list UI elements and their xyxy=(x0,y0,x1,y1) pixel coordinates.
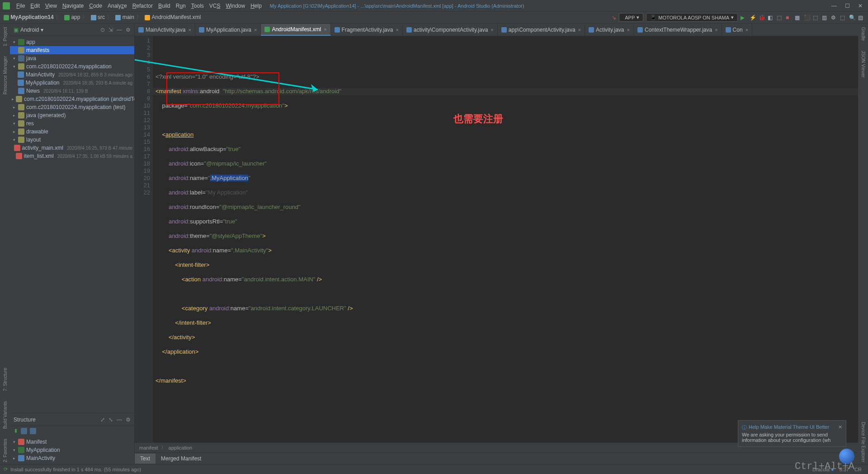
toolbar-icon[interactable]: ▤ xyxy=(858,14,864,21)
menu-code[interactable]: Code xyxy=(86,3,105,9)
sync-icon[interactable]: ↘ xyxy=(612,14,616,21)
toolbar-icon[interactable]: ⬚ xyxy=(813,14,819,21)
close-icon[interactable]: × xyxy=(396,27,398,33)
toolbar-icon[interactable]: ⚙ xyxy=(831,14,837,21)
close-icon[interactable]: × xyxy=(578,27,581,33)
tree-node[interactable]: ▸com.c201801020224.myapplication (test) xyxy=(10,103,134,111)
crumb-item[interactable]: application xyxy=(169,445,193,450)
tool-json-viewer[interactable]: JSON Viewer xyxy=(861,49,866,80)
collapse-icon[interactable]: ⤡ xyxy=(108,417,113,423)
target-icon[interactable]: ⊙ xyxy=(100,27,105,33)
editor-tab[interactable]: Activity.java× xyxy=(585,24,634,36)
apply-changes-icon[interactable]: ⚡ xyxy=(750,14,756,21)
minimize-icon[interactable]: — xyxy=(831,3,837,9)
close-icon[interactable]: × xyxy=(324,27,326,32)
tool-resource-manager[interactable]: Resource Manager xyxy=(3,54,8,96)
tree-node[interactable]: activity_main.xml2020/8/4 16:25, 973 B 4… xyxy=(10,144,134,152)
tree-node[interactable]: News2020/8/4 16:11, 139 B xyxy=(10,87,134,95)
menu-analyze[interactable]: Analyze xyxy=(105,3,130,9)
close-icon[interactable]: × xyxy=(491,27,493,33)
hide-icon[interactable]: — xyxy=(117,417,122,423)
menu-edit[interactable]: Edit xyxy=(28,3,42,9)
menu-file[interactable]: File xyxy=(14,3,28,9)
close-icon[interactable]: ✕ xyxy=(858,3,863,9)
editor-tab[interactable]: FragmentActivity.java× xyxy=(331,24,403,36)
project-tree[interactable]: ▾appmanifests▾java▾com.c201801020224.mya… xyxy=(10,36,134,413)
menu-tools[interactable]: Tools xyxy=(189,3,207,9)
debug-icon[interactable]: 🐞 xyxy=(759,14,765,21)
profiler-icon[interactable]: ◧ xyxy=(768,14,774,21)
tool-favorites[interactable]: 2: Favorites xyxy=(3,437,8,464)
run-config-selector[interactable]: APP▾ xyxy=(619,13,643,22)
tree-node[interactable]: ▾MyApplication xyxy=(10,446,134,454)
tool-gradle[interactable]: Gradle xyxy=(861,25,866,43)
tree-node[interactable]: ▾java xyxy=(10,54,134,62)
tree-node[interactable]: ▾Manifest xyxy=(10,438,134,446)
structure-tree[interactable]: ▾Manifest▾MyApplication▸MainActivity xyxy=(10,436,134,464)
close-icon[interactable]: × xyxy=(254,27,257,33)
close-icon[interactable]: × xyxy=(188,27,191,33)
tool-device-file-explorer[interactable]: Device File Explorer xyxy=(861,420,866,464)
notification-popup[interactable]: ⓘHelp Make Material Theme UI Better✕ We … xyxy=(738,420,846,447)
attach-debugger-icon[interactable]: ⬚ xyxy=(777,14,783,21)
editor-tab[interactable]: MyApplication.java× xyxy=(195,24,261,36)
tool-build-variants[interactable]: Build Variants xyxy=(3,399,8,431)
tree-node[interactable]: ▸com.c201801020224.myapplication (androi… xyxy=(10,95,134,103)
editor-tab[interactable]: MainActivity.java× xyxy=(135,24,195,36)
project-view-selector[interactable]: ▣Android▾ xyxy=(14,27,43,33)
editor-tab[interactable]: AndroidManifest.xml× xyxy=(261,24,330,36)
tool-structure[interactable]: 7: Structure xyxy=(3,366,8,393)
tree-node[interactable]: ▸drawable xyxy=(10,128,134,136)
editor-tab[interactable]: ContextThemeWrapper.java× xyxy=(634,24,722,36)
gear-icon[interactable]: ⚙ xyxy=(126,417,131,423)
code-editor[interactable]: 12345678910111213141516171819202122 也需要注… xyxy=(135,36,858,442)
source[interactable]: 也需要注册 <?xml version="1.0" encoding="utf-… xyxy=(153,36,858,442)
crumb-item[interactable]: manifest xyxy=(139,445,158,450)
stop-icon[interactable]: ■ xyxy=(786,14,792,21)
tree-node[interactable]: MyApplication2020/8/4 18:35, 293 B A min… xyxy=(10,79,134,87)
menu-vcs[interactable]: VCS xyxy=(207,3,223,9)
run-icon[interactable]: ▶ xyxy=(741,14,747,21)
menu-refactor[interactable]: Refactor xyxy=(130,3,156,9)
tree-node[interactable]: ▾app xyxy=(10,38,134,46)
tree-node[interactable]: ▾res xyxy=(10,119,134,128)
avd-manager-icon[interactable]: ▦ xyxy=(795,14,801,21)
tree-node[interactable]: ▾com.c201801020224.myapplication xyxy=(10,62,134,71)
maximize-icon[interactable]: ☐ xyxy=(845,3,850,9)
subtab-text[interactable]: Text xyxy=(135,454,156,464)
menu-view[interactable]: View xyxy=(42,3,60,9)
tree-node[interactable]: item_list.xml2020/8/4 17:35, 1.08 kB 59 … xyxy=(10,152,134,160)
menu-build[interactable]: Build xyxy=(156,3,173,9)
tool-project[interactable]: 1: Project xyxy=(3,25,8,48)
menu-help[interactable]: Help xyxy=(248,3,264,9)
tree-node[interactable]: ▾layout xyxy=(10,136,134,144)
toolbar-icon[interactable]: ▥ xyxy=(822,14,828,21)
tree-node[interactable]: manifests xyxy=(10,46,134,54)
close-icon[interactable]: × xyxy=(745,27,748,33)
gear-icon[interactable]: ⚙ xyxy=(126,27,131,33)
close-icon[interactable]: × xyxy=(627,27,630,33)
menu-window[interactable]: Window xyxy=(223,3,248,9)
device-selector[interactable]: 📱MOTOROLA AOSP ON SHAMA▾ xyxy=(646,13,738,22)
tree-node[interactable]: ▸MainActivity xyxy=(10,454,134,462)
sort-icon[interactable]: ⬍ xyxy=(14,428,18,434)
sdk-manager-icon[interactable]: ⬛ xyxy=(804,14,810,21)
hide-icon[interactable]: — xyxy=(117,27,122,33)
toolbar-icon[interactable]: ⬚ xyxy=(840,14,846,21)
search-icon[interactable]: 🔍 xyxy=(849,14,855,21)
tree-node[interactable]: ▸java (generated) xyxy=(10,111,134,119)
subtab-merged[interactable]: Merged Manifest xyxy=(156,454,207,464)
tree-node[interactable]: MainActivity2020/8/4 18:32, 859 B 3 minu… xyxy=(10,71,134,79)
collapse-icon[interactable]: ⇲ xyxy=(108,27,113,33)
menu-run[interactable]: Run xyxy=(173,3,189,9)
editor-tab[interactable]: Con× xyxy=(722,24,752,36)
close-icon[interactable]: ✕ xyxy=(838,424,842,431)
close-icon[interactable]: × xyxy=(715,27,717,33)
filter-icon[interactable] xyxy=(21,428,27,434)
editor-tab[interactable]: app\ComponentActivity.java× xyxy=(498,24,585,36)
expand-icon[interactable]: ⤢ xyxy=(100,417,105,423)
breadcrumb[interactable]: MyApplication14〉 app〉 src〉 main〉 Android… xyxy=(4,14,201,21)
menu-navigate[interactable]: Navigate xyxy=(60,3,86,9)
editor-tab[interactable]: activity\ComponentActivity.java× xyxy=(403,24,498,36)
filter-icon[interactable] xyxy=(30,428,36,434)
